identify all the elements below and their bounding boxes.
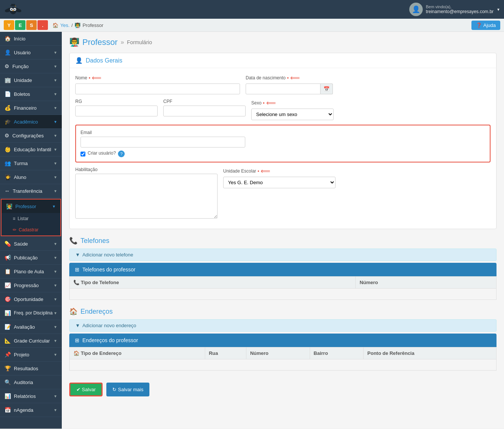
sexo-label: Sexo • ⟸	[251, 99, 334, 107]
professor-icon: 👨‍🏫	[6, 203, 12, 209]
turma-icon: 👥	[4, 160, 11, 166]
cpf-input[interactable]	[163, 106, 246, 116]
bottom-bar: ✔ Salvar ↻ Salvar mais	[69, 378, 497, 401]
list-icon: ≡	[13, 216, 15, 221]
chevron-icon: ▼	[54, 120, 57, 124]
avatar: 👤	[409, 3, 423, 16]
sidebar-item-oportunidade[interactable]: 🎯 Oportunidade ▼	[0, 292, 62, 306]
nome-input[interactable]	[75, 83, 240, 94]
sidebar-label-usuario: Usuário	[14, 50, 31, 55]
table-row	[70, 359, 497, 371]
sidebar-label-professor: Professor	[15, 204, 36, 209]
add-endereco-row[interactable]: ▼ Adicionar novo endereço	[69, 319, 497, 332]
sidebar-item-unidade[interactable]: 🏢 Unidade ▼	[0, 73, 62, 87]
sidebar-label-academico: Acadêmico	[14, 119, 38, 125]
sidebar-item-auditoria[interactable]: 🔍 Auditoria	[0, 375, 62, 389]
sidebar-label-financeiro: Financeiro	[14, 105, 37, 111]
habilitacao-textarea[interactable]	[75, 174, 218, 219]
sidebar-item-resultados[interactable]: 🏆 Resultados	[0, 362, 62, 375]
sidebar-label-configuracoes: Configurações	[12, 133, 44, 139]
sidebar-item-freq-disciplina[interactable]: 📊 Freq. por Disciplina ▼	[0, 306, 62, 320]
sidebar-item-progressao[interactable]: 📈 Progressão ▼	[0, 279, 62, 292]
enderecos-table-header: ⊞ Endereços do professor	[69, 334, 497, 347]
sidebar-item-nagenda[interactable]: 📅 nAgenda ▼	[0, 403, 62, 417]
chevron-icon: ▼	[54, 175, 57, 179]
criar-usuario-checkbox[interactable]	[81, 152, 85, 156]
home-icon: 🏠	[52, 22, 58, 28]
sidebar-label-plano-aula: Plano de Aula	[14, 269, 44, 274]
sidebar-item-educacao-infantil[interactable]: 👶 Educação Infantil ▼	[0, 143, 62, 156]
dados-gerais-section: 👤 Dados Gerais Nome • ⟸	[69, 53, 497, 229]
row-nome-data: Nome • ⟸ Data de nascimento • ⟸	[75, 74, 491, 94]
sexo-select[interactable]: Selecione um sexo Masculino Feminino	[251, 109, 334, 120]
add-telefone-row[interactable]: ▼ Adicionar novo telefone	[69, 249, 497, 261]
user-info: Bem vindo(a), treinamento@empresayes.com…	[426, 4, 494, 14]
sidebar-label-unidade: Unidade	[14, 77, 32, 83]
dados-gerais-title: Dados Gerais	[86, 57, 122, 64]
sidebar-label-publicacao: Publicação	[14, 255, 38, 261]
user-menu[interactable]: 👤 Bem vindo(a), treinamento@empresayes.c…	[409, 3, 500, 16]
sidebar-item-projeto[interactable]: 📌 Projeto ▼	[0, 348, 62, 362]
sidebar-item-usuario[interactable]: 👤 Usuário ▼	[0, 46, 62, 60]
sidebar-label-educacao-infantil: Educação Infantil	[14, 147, 51, 152]
save-more-button[interactable]: ↻ Salvar mais	[106, 383, 149, 396]
breadcrumb-home[interactable]: Yes.	[60, 22, 70, 28]
sidebar-item-plano-aula[interactable]: 📋 Plano de Aula ▼	[0, 265, 62, 279]
header-separator: »	[121, 39, 124, 46]
row-rg-cpf-sexo: RG CPF Sexo • ⟸ Selecio	[75, 99, 491, 120]
sidebar-item-aluno[interactable]: 🧑‍🎓 Aluno ▼	[0, 170, 62, 184]
cadastrar-label: Cadastrar	[19, 227, 39, 232]
sidebar-item-boletos[interactable]: 📄 Boletos ▼	[0, 87, 62, 101]
telefones-table: 📞 Tipo de Telefone Número	[69, 276, 497, 300]
sidebar-item-transferencia[interactable]: ↔ Transferência ▼	[0, 184, 62, 198]
data-nascimento-input[interactable]	[246, 83, 321, 94]
sidebar-item-saude[interactable]: 💊 Saúde ▼	[0, 237, 62, 251]
help-info-icon[interactable]: ?	[118, 150, 125, 157]
criar-usuario-row: Criar usuário? ?	[81, 150, 485, 157]
group-habilitacao: Habilitação	[75, 167, 218, 219]
add-telefone-label: Adicionar novo telefone	[82, 252, 133, 258]
sidebar-item-funcao[interactable]: ⚙ Função ▼	[0, 60, 62, 73]
color-tab-s[interactable]: S	[26, 20, 37, 30]
color-tab-dot[interactable]: .	[37, 20, 48, 30]
sidebar-item-financeiro[interactable]: 💰 Financeiro ▼	[0, 101, 62, 115]
arrow-indicator: ⟸	[290, 74, 300, 82]
help-button[interactable]: ❓ Ajuda	[471, 21, 500, 30]
calendar-button[interactable]: 📅	[321, 83, 333, 94]
sidebar-item-publicacao[interactable]: 📢 Publicação ▼	[0, 251, 62, 265]
main-content: 👨‍🏫 Professor » Formulário 👤 Dados Gerai…	[62, 32, 504, 429]
rg-input[interactable]	[75, 106, 158, 116]
save-button[interactable]: ✔ Salvar	[69, 383, 103, 396]
sidebar-item-listar[interactable]: ≡ Listar	[1, 213, 60, 224]
sidebar-item-academico[interactable]: 🎓 Acadêmico ▼	[0, 115, 62, 129]
chevron-icon: ▼	[54, 408, 57, 412]
habilitacao-label: Habilitação	[75, 167, 218, 172]
table-row	[70, 289, 497, 300]
group-sexo: Sexo • ⟸ Selecione um sexo Masculino Fem…	[251, 99, 334, 120]
sidebar-item-inicio[interactable]: 🏠 Início	[0, 32, 62, 46]
sidebar-item-avaliacao[interactable]: 📝 Avaliação ▼	[0, 320, 62, 334]
group-cpf: CPF	[163, 99, 246, 116]
inicio-icon: 🏠	[4, 36, 11, 42]
sidebar-item-relatorios[interactable]: 📊 Relatórios ▼	[0, 389, 62, 403]
dados-gerais-header: 👤 Dados Gerais	[70, 53, 496, 68]
nome-label: Nome • ⟸	[75, 74, 240, 82]
required-indicator: •	[263, 100, 264, 106]
chevron-icon: ▼	[54, 51, 57, 55]
oportunidade-icon: 🎯	[4, 296, 11, 302]
telefones-title: Telefones	[81, 237, 109, 245]
table-icon: ⊞	[75, 337, 79, 343]
color-tab-y[interactable]: Y	[4, 20, 14, 30]
sidebar-item-grade-curricular[interactable]: 📐 Grade Curricular ▼	[0, 334, 62, 348]
boletos-icon: 📄	[4, 91, 11, 97]
sidebar-item-professor[interactable]: 👨‍🏫 Professor ▼	[1, 200, 60, 213]
color-tab-e[interactable]: E	[15, 20, 25, 30]
freq-disciplina-icon: 📊	[4, 310, 11, 316]
sidebar-item-turma[interactable]: 👥 Turma ▼	[0, 156, 62, 170]
sidebar-item-configuracoes[interactable]: ⚙ Configurações ▼	[0, 129, 62, 143]
sidebar-label-freq-disciplina: Freq. por Disciplina	[14, 310, 52, 316]
sidebar-item-cadastrar[interactable]: ✏ Cadastrar	[1, 224, 60, 235]
auditoria-icon: 🔍	[4, 379, 11, 385]
email-input[interactable]	[81, 137, 245, 147]
unidade-escolar-select[interactable]: Yes G. E. Demo	[223, 177, 336, 188]
